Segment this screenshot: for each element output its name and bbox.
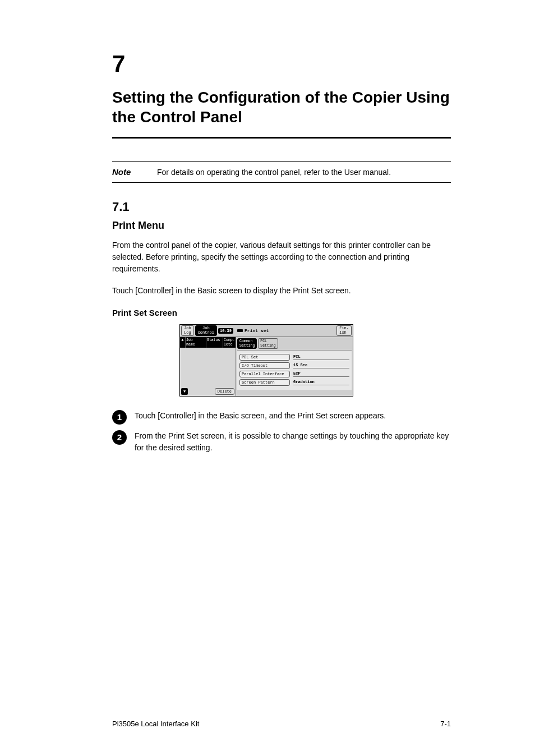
settings-panel: Common Setting PCL Setting PDL Set PCL I… (236, 337, 353, 395)
scroll-down-button[interactable]: ▼ (181, 388, 188, 395)
job-list-panel: ▲ Job name Status Comp- lete ▼ Delete (180, 337, 236, 395)
footer-left: Pi3505e Local Interface Kit (112, 720, 199, 728)
tab-common-setting[interactable]: Common Setting (237, 338, 257, 348)
page-footer: Pi3505e Local Interface Kit 7-1 (112, 720, 451, 728)
panel-title-text: Print set (245, 328, 269, 333)
body-paragraph-2: Touch [Controller] in the Basic screen t… (112, 285, 451, 297)
pdl-set-button[interactable]: PDL Set (239, 354, 290, 361)
col-status: Status (206, 337, 223, 347)
parallel-interface-value: ECP (293, 371, 349, 377)
io-timeout-value: 15 Sec (293, 363, 349, 368)
step-1-number: 1 (112, 410, 127, 425)
plug-icon (237, 329, 243, 332)
delete-button[interactable]: Delete (215, 388, 234, 395)
step-2-number: 2 (112, 430, 127, 445)
setting-row-parallel-interface: Parallel Interface ECP (239, 371, 349, 377)
tab-job-log[interactable]: Job Log (181, 325, 194, 336)
chapter-title: Setting the Configuration of the Copier … (112, 87, 451, 127)
job-list-footer: ▼ Delete (180, 387, 236, 396)
note-block: Note For details on operating the contro… (112, 161, 451, 183)
pdl-set-value: PCL (293, 354, 349, 360)
col-job-name: Job name (186, 337, 206, 347)
shot-titlebar: Job Log Job control 10:39 Print set Fin-… (180, 325, 353, 336)
step-2-text: From the Print Set screen, it is possibl… (135, 430, 451, 454)
tab-job-control[interactable]: Job control (195, 325, 217, 336)
note-label: Note (112, 167, 157, 177)
chapter-number: 7 (112, 50, 451, 77)
step-1-text: Touch [Controller] in the Basic screen, … (135, 410, 386, 425)
setting-row-pdl-set: PDL Set PCL (239, 354, 349, 361)
clock: 10:39 (218, 328, 233, 334)
section-number: 7.1 (112, 200, 451, 214)
col-complete: Comp- lete (223, 337, 236, 347)
step-2: 2 From the Print Set screen, it is possi… (112, 430, 451, 454)
job-list-empty (180, 348, 236, 387)
io-timeout-button[interactable]: I/O Timeout (239, 362, 290, 369)
printer-panel-screenshot: Job Log Job control 10:39 Print set Fin-… (179, 324, 353, 397)
finish-button[interactable]: Fin- ish (336, 325, 352, 336)
page: 7 Setting the Configuration of the Copie… (0, 0, 535, 756)
setting-row-io-timeout: I/O Timeout 15 Sec (239, 362, 349, 369)
chapter-divider (112, 137, 451, 139)
body-paragraph-1: From the control panel of the copier, va… (112, 239, 451, 275)
screen-pattern-value: Gradation (293, 380, 349, 385)
parallel-interface-button[interactable]: Parallel Interface (239, 371, 290, 377)
col-arrow[interactable]: ▲ (180, 337, 186, 347)
settings-list: PDL Set PCL I/O Timeout 15 Sec Parallel … (237, 350, 352, 390)
screenshot-caption: Print Set Screen (112, 308, 451, 317)
footer-right: 7-1 (440, 720, 451, 728)
step-1: 1 Touch [Controller] in the Basic screen… (112, 410, 451, 425)
note-text: For details on operating the control pan… (157, 168, 391, 177)
job-list-header: ▲ Job name Status Comp- lete (180, 337, 236, 347)
screen-pattern-button[interactable]: Screen Pattern (239, 379, 290, 386)
panel-title: Print set (234, 328, 335, 333)
tab-pcl-setting[interactable]: PCL Setting (258, 338, 278, 348)
section-title: Print Menu (112, 220, 451, 232)
setting-row-screen-pattern: Screen Pattern Gradation (239, 379, 349, 386)
